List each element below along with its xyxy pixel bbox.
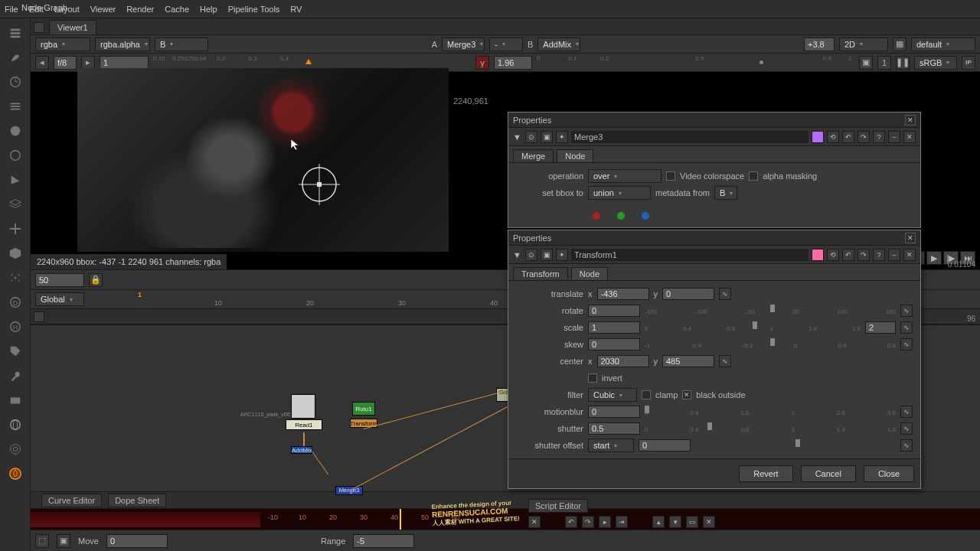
tab-script-editor[interactable]: Script Editor (528, 499, 588, 513)
anim-icon[interactable]: ∿ (900, 305, 913, 317)
skew-field[interactable]: 0 (588, 338, 640, 350)
key-icon[interactable]: ⬚ (35, 534, 49, 548)
skew-slider[interactable]: -1-0.6-0.200.40.8 (645, 338, 896, 350)
tab-curve-editor[interactable]: Curve Editor (41, 494, 102, 507)
script-up-icon[interactable]: ▴ (652, 516, 665, 528)
folder-icon[interactable] (7, 392, 24, 409)
proxy-icon[interactable]: ▣ (859, 56, 873, 70)
menu-viewer[interactable]: Viewer (90, 5, 116, 14)
2d-mode-select[interactable]: 2D▾ (839, 37, 888, 51)
rotate-slider[interactable]: -180-100-2020100180 (645, 305, 896, 317)
anim-icon[interactable]: ∿ (900, 321, 913, 334)
revert-button[interactable]: Revert (739, 465, 792, 482)
filter-select[interactable]: Cubic▾ (588, 388, 637, 402)
layer-select[interactable]: rgba.alpha▾ (95, 37, 150, 51)
flame-icon[interactable] (7, 465, 24, 482)
input-select[interactable]: B▾ (155, 37, 208, 51)
particles-icon[interactable] (7, 269, 24, 286)
close-icon[interactable]: ✕ (905, 233, 916, 243)
dope-playhead[interactable] (400, 509, 401, 530)
layers-icon[interactable] (7, 196, 24, 213)
target-icon[interactable] (7, 441, 24, 458)
node-roto[interactable]: Roto1 (352, 402, 375, 416)
motionblur-field[interactable]: 0 (588, 406, 640, 418)
wipe-select[interactable]: -▾ (489, 37, 523, 51)
script-undo-icon[interactable]: ↶ (565, 516, 577, 528)
rotate-field[interactable]: 0 (588, 305, 640, 317)
anim-icon[interactable]: ∿ (719, 355, 731, 367)
toolbar-stack-icon[interactable] (7, 24, 24, 41)
node-color-icon[interactable] (812, 131, 824, 143)
revert-icon[interactable]: ⟲ (827, 249, 839, 261)
key-all-icon[interactable]: ▣ (57, 534, 70, 548)
anim-icon[interactable]: ∿ (900, 439, 913, 452)
collapse-icon[interactable]: ▼ (513, 250, 522, 259)
camera-icon[interactable]: ▣ (541, 249, 553, 261)
gamma-slider[interactable]: 0 0.1 0.2 0.5 0.9 1 (537, 56, 854, 70)
alpha-masking-checkbox[interactable] (749, 171, 758, 181)
tab-merge[interactable]: Merge (513, 149, 554, 162)
node-color-icon[interactable] (812, 249, 824, 261)
fstop-field[interactable]: f/8 (54, 56, 77, 70)
scale-slider[interactable]: 00.40.811.41.8 (645, 321, 861, 334)
b-input-select[interactable]: AddMix▾ (537, 37, 580, 51)
operation-select[interactable]: over▾ (588, 169, 662, 183)
gain-field[interactable]: 1 (100, 56, 149, 70)
tab-transform[interactable]: Transform (513, 267, 568, 280)
script-clear-icon[interactable]: ✕ (703, 516, 715, 528)
scale-link-button[interactable]: 2 (865, 321, 896, 334)
circle-outline-icon[interactable] (7, 147, 24, 164)
frame-field[interactable]: 50 (35, 273, 84, 287)
close-node-icon[interactable]: ✕ (903, 249, 916, 261)
sphere-icon[interactable] (7, 122, 24, 139)
script-wide-icon[interactable]: ▭ (686, 516, 698, 528)
viewer-tab[interactable]: Viewer1 (49, 20, 96, 34)
redo-icon[interactable]: ↷ (858, 131, 870, 143)
menu-rv[interactable]: RV (290, 5, 302, 14)
script-run-icon[interactable]: ▸ (599, 516, 611, 528)
node-name-field[interactable]: Transform1 (571, 249, 808, 261)
script-exec-icon[interactable]: ⇥ (616, 516, 628, 528)
cancel-button[interactable]: Cancel (801, 465, 856, 482)
globe-icon[interactable] (7, 416, 24, 433)
playhead[interactable]: 1 (138, 291, 142, 298)
tab-node[interactable]: Node (557, 149, 593, 162)
ip-icon[interactable]: IP (962, 56, 975, 70)
d-icon[interactable]: D (7, 294, 24, 311)
transform-handle-icon[interactable] (299, 164, 340, 205)
script-close-icon[interactable]: ✕ (528, 516, 541, 528)
translate-x-field[interactable]: -436 (597, 288, 649, 300)
tab-node[interactable]: Node (571, 267, 608, 280)
metadata-select[interactable]: B▾ (714, 186, 737, 200)
minimize-icon[interactable]: – (888, 249, 900, 261)
lock-node-icon[interactable]: ✦ (556, 131, 568, 143)
setbbox-select[interactable]: union▾ (588, 186, 651, 200)
shutteroffset-field[interactable]: 0 (639, 439, 691, 452)
center-node-icon[interactable]: ⊙ (525, 249, 537, 261)
gamma-field[interactable]: 1.96 (494, 56, 532, 70)
gain-slider[interactable]: 0.15 0.258250.04 0.2 0.3 0.4 (153, 56, 471, 70)
blackoutside-checkbox[interactable] (682, 390, 691, 399)
menu-pipeline[interactable]: Pipeline Tools (228, 5, 280, 14)
wrench-icon[interactable] (7, 367, 24, 384)
center-node-icon[interactable]: ⊙ (525, 131, 537, 143)
cube-icon[interactable] (7, 245, 24, 262)
menu-help[interactable]: Help (200, 5, 217, 14)
camera-icon[interactable]: ▣ (541, 131, 553, 143)
anim-icon[interactable]: ∿ (900, 422, 913, 435)
lock-node-icon[interactable]: ✦ (556, 249, 568, 261)
menu-file[interactable]: File (5, 5, 18, 14)
scale-field[interactable]: 1 (588, 321, 640, 334)
ev-field[interactable]: +3.8 (804, 37, 835, 51)
pane-handle-icon[interactable] (34, 22, 44, 33)
help-icon[interactable]: ? (873, 131, 885, 143)
shutter-slider[interactable]: 00.40.811.41.8 (645, 422, 896, 435)
undo-icon[interactable]: ↶ (842, 249, 854, 261)
channel-select[interactable]: rgba▾ (35, 37, 90, 51)
clamp-checkbox[interactable] (642, 390, 651, 399)
tag-icon[interactable] (7, 343, 24, 360)
translate-y-field[interactable]: 0 (662, 288, 714, 300)
bits-field[interactable]: 1 (877, 56, 891, 70)
shutteroffset-select[interactable]: start▾ (588, 439, 634, 452)
clock-icon[interactable] (7, 73, 24, 90)
